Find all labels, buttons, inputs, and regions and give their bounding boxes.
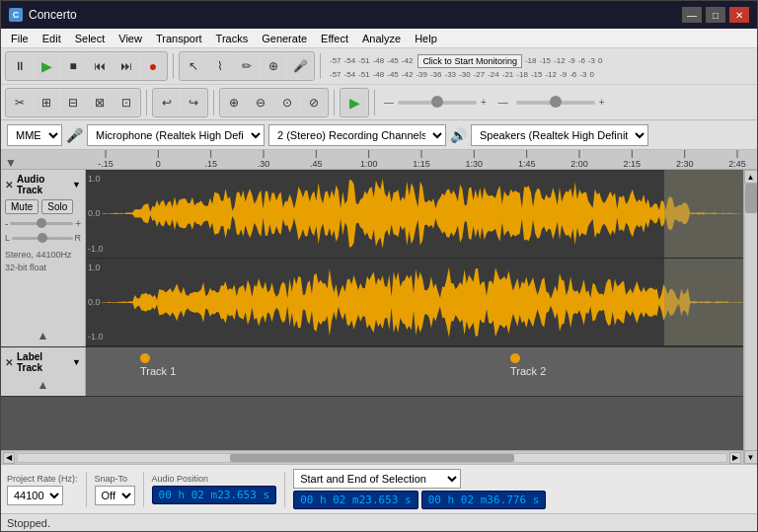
tempo-slider-thumb[interactable] xyxy=(550,96,562,108)
zoom-out-button[interactable]: ⊖ xyxy=(248,90,273,115)
menu-select[interactable]: Select xyxy=(69,32,112,45)
playback-button[interactable]: ▶ xyxy=(341,90,367,115)
tracks-main: ✕ Audio Track ▼ Mute Solo - xyxy=(1,170,743,464)
svg-text:1:15: 1:15 xyxy=(413,159,430,169)
menu-file[interactable]: File xyxy=(5,32,35,45)
speaker-select[interactable]: Speakers (Realtek High Definiti... xyxy=(471,124,648,146)
monitoring-button[interactable]: Click to Start Monitoring xyxy=(417,54,522,68)
gain-slider-track[interactable] xyxy=(10,222,73,225)
track1-marker-text: Track 1 xyxy=(140,365,176,377)
speaker-icon: 🔊 xyxy=(450,127,467,143)
audio-track-collapse-button[interactable]: ▼ xyxy=(72,180,81,190)
ch1-scale-top: 1.0 xyxy=(88,174,101,184)
menu-analyze[interactable]: Analyze xyxy=(356,32,407,45)
h-scroll-right-button[interactable]: ▶ xyxy=(729,452,741,464)
label-track-close-button[interactable]: ✕ xyxy=(5,357,13,368)
microphone-select[interactable]: Microphone (Realtek High Defi... xyxy=(87,124,265,146)
gain-slider-thumb[interactable] xyxy=(431,96,443,108)
h-scroll-left-button[interactable]: ◀ xyxy=(3,452,15,464)
v-scroll-thumb[interactable] xyxy=(745,184,757,213)
selection-mode-select[interactable]: Start and End of Selection xyxy=(293,469,461,489)
svg-text:2:15: 2:15 xyxy=(624,159,642,169)
undo-button[interactable]: ↩ xyxy=(154,90,180,115)
pause-button[interactable]: ⏸ xyxy=(7,53,33,79)
solo-button[interactable]: Solo xyxy=(41,199,73,214)
title-bar-left: C Concerto xyxy=(9,8,77,22)
svg-text:1:00: 1:00 xyxy=(360,159,378,169)
menu-help[interactable]: Help xyxy=(409,32,443,45)
track-info-line2: 32-bit float xyxy=(5,262,81,274)
fit-selection-button[interactable]: ⊘ xyxy=(301,90,327,115)
audio-pos-value[interactable]: 00 h 02 m23.653 s xyxy=(152,486,277,504)
menu-generate[interactable]: Generate xyxy=(256,32,313,45)
play-button[interactable]: ▶ xyxy=(34,53,59,79)
gain-minus-icon: - xyxy=(5,218,8,229)
zoom-tool-button[interactable]: ⊕ xyxy=(261,53,286,79)
title-bar-controls: — □ ✕ xyxy=(682,7,749,23)
record-button[interactable]: ● xyxy=(140,53,166,79)
audio-track-close-button[interactable]: ✕ xyxy=(5,180,13,190)
selection-end-value[interactable]: 00 h 02 m36.776 s xyxy=(421,491,547,509)
fit-project-button[interactable]: ⊙ xyxy=(274,90,300,115)
menu-tracks[interactable]: Tracks xyxy=(210,32,255,45)
gain-row: - + xyxy=(5,218,81,229)
minimize-button[interactable]: — xyxy=(682,7,702,23)
copy-button[interactable]: ⊞ xyxy=(34,90,59,115)
label-track-expand-button[interactable]: ▲ xyxy=(5,378,81,392)
maximize-button[interactable]: □ xyxy=(706,7,725,23)
bottom-sep3 xyxy=(284,472,285,507)
select-tool-button[interactable]: ↖ xyxy=(181,53,206,79)
trim-button[interactable]: ⊠ xyxy=(87,90,113,115)
channels-select[interactable]: 2 (Stereo) Recording Channels xyxy=(268,124,446,146)
menu-transport[interactable]: Transport xyxy=(150,32,208,45)
next-button[interactable]: ⏭ xyxy=(114,53,139,79)
envelope-tool-button[interactable]: ⌇ xyxy=(207,53,233,79)
prev-button[interactable]: ⏮ xyxy=(87,53,113,79)
label-track-title-row: ✕ Label Track ▼ xyxy=(5,351,81,373)
close-button[interactable]: ✕ xyxy=(729,7,749,23)
h-scroll-thumb[interactable] xyxy=(230,454,513,462)
draw-tool-button[interactable]: ✏ xyxy=(234,53,260,79)
pan-slider[interactable] xyxy=(12,237,72,240)
gain-slider[interactable] xyxy=(398,101,477,105)
svg-text:1:45: 1:45 xyxy=(518,159,536,169)
audio-track: ✕ Audio Track ▼ Mute Solo - xyxy=(1,170,743,347)
h-scroll-track[interactable] xyxy=(17,453,727,463)
redo-button[interactable]: ↪ xyxy=(181,90,206,115)
v-scroll-track[interactable] xyxy=(745,184,757,450)
snap-to-select[interactable]: Off xyxy=(95,486,135,505)
zoom-in-button[interactable]: ⊕ xyxy=(221,90,247,115)
selection-overlay-ch2 xyxy=(664,259,743,346)
mic-button[interactable]: 🎤 xyxy=(287,53,313,79)
audio-track-expand-button[interactable]: ▲ xyxy=(5,329,81,342)
silence-button[interactable]: ⊡ xyxy=(114,90,139,115)
tempo-slider[interactable] xyxy=(516,101,595,105)
menu-view[interactable]: View xyxy=(113,32,148,45)
menu-edit[interactable]: Edit xyxy=(37,32,67,45)
menu-effect[interactable]: Effect xyxy=(315,32,354,45)
content-area: ▼ -.150.15.30.451:001:151:301:452:002:15… xyxy=(1,150,757,464)
host-select[interactable]: MME xyxy=(7,124,62,146)
stop-button[interactable]: ■ xyxy=(60,53,86,79)
timeline-arrow-icon[interactable]: ▼ xyxy=(5,156,17,170)
track2-marker-dot xyxy=(510,353,520,363)
gain-plus-icon: + xyxy=(75,218,81,229)
waveform-channel-1: 1.0 0.0 -1.0 xyxy=(86,170,743,259)
cut-button[interactable]: ✂ xyxy=(7,90,33,115)
v-scroll-down-button[interactable]: ▼ xyxy=(744,450,758,464)
pan-slider-thumb[interactable] xyxy=(38,233,47,243)
track2-marker: Track 2 xyxy=(510,347,546,377)
tool-controls: ↖ ⌇ ✏ ⊕ 🎤 xyxy=(179,51,315,81)
gain-area: — + — + xyxy=(384,97,605,108)
svg-text:-.15: -.15 xyxy=(98,159,114,169)
label-track-collapse-button[interactable]: ▼ xyxy=(72,357,81,367)
v-scroll-up-button[interactable]: ▲ xyxy=(744,170,758,184)
gain-slider-thumb[interactable] xyxy=(37,218,46,228)
audio-pos-label: Audio Position xyxy=(152,474,277,484)
project-rate-select[interactable]: 44100 xyxy=(7,486,63,505)
paste-button[interactable]: ⊟ xyxy=(60,90,86,115)
selection-start-value[interactable]: 00 h 02 m23.653 s xyxy=(293,491,418,509)
svg-text:.45: .45 xyxy=(310,159,323,169)
waveform-svg-2 xyxy=(102,259,743,346)
mute-button[interactable]: Mute xyxy=(5,199,38,214)
